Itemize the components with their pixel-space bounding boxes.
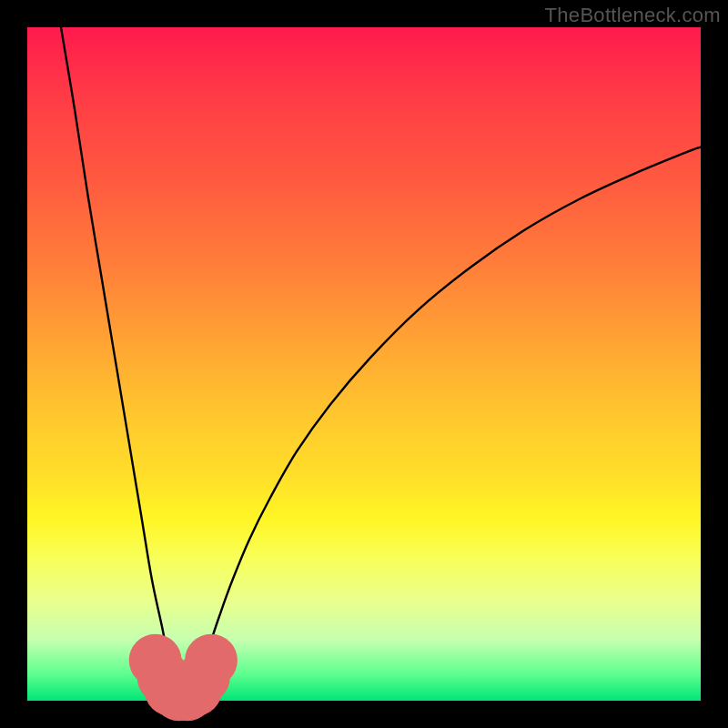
chart-frame: TheBottleneck.com (0, 0, 728, 728)
plot-area (27, 27, 701, 701)
chart-svg (27, 27, 701, 701)
valley-marker-7 (185, 634, 238, 687)
curve-right-curve (191, 147, 701, 697)
watermark-text: TheBottleneck.com (545, 4, 721, 27)
curve-left-curve (61, 27, 180, 697)
